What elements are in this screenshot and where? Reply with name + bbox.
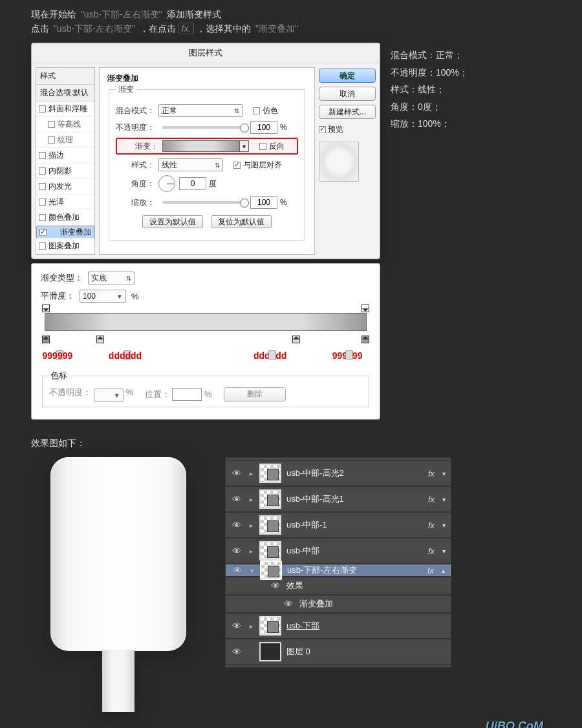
checkbox-icon[interactable] — [39, 167, 46, 175]
color-stop[interactable] — [42, 336, 50, 343]
gradient-preview-bar[interactable] — [162, 140, 240, 152]
fx-badge[interactable]: fx — [428, 546, 435, 556]
layer-row[interactable]: 👁▾ usb-下部-左右渐变 fx▴ — [226, 564, 451, 577]
ok-button[interactable]: 确定 — [319, 69, 376, 83]
checkbox-icon[interactable] — [39, 214, 46, 221]
eye-icon[interactable]: 👁 — [231, 520, 242, 530]
cancel-button[interactable]: 取消 — [319, 87, 376, 101]
stop-position-input[interactable] — [172, 388, 202, 401]
blend-mode-select[interactable]: 正常 ⇅ — [158, 104, 242, 117]
style-item-bevel[interactable]: 斜面和浮雕 — [36, 102, 94, 117]
style-item-satin[interactable]: 光泽 — [36, 195, 94, 210]
preview-checkbox[interactable] — [319, 126, 326, 133]
stop-opacity-select[interactable]: ▼ — [94, 389, 124, 401]
color-stop[interactable] — [96, 336, 104, 343]
blend-options-row[interactable]: 混合选项:默认 — [36, 85, 94, 102]
fx-badge[interactable]: fx — [428, 469, 435, 478]
delete-stop-button[interactable]: 删除 — [224, 387, 286, 401]
set-default-button[interactable]: 设置为默认值 — [142, 215, 203, 228]
opacity-slider[interactable] — [162, 126, 246, 129]
style-item-inner-shadow[interactable]: 内阴影 — [36, 164, 94, 179]
angle-input[interactable] — [179, 177, 206, 190]
disclosure-icon[interactable]: ▸ — [248, 522, 254, 529]
scale-input[interactable] — [250, 196, 277, 209]
checkbox-icon[interactable] — [39, 229, 47, 236]
style-item-color-overlay[interactable]: 颜色叠加 — [36, 210, 94, 226]
style-item-contour[interactable]: 等高线 — [36, 117, 94, 133]
dither-checkbox[interactable] — [253, 107, 260, 114]
layer-row[interactable]: 👁 图层 0 — [226, 639, 451, 665]
eye-icon[interactable]: 👁 — [270, 581, 281, 591]
checkbox-icon[interactable] — [39, 198, 46, 206]
layer-thumbnail[interactable] — [259, 642, 281, 661]
disclosure-icon[interactable]: ▸ — [248, 548, 254, 555]
layer-row[interactable]: 👁▸ usb-中部-高光2 fx▾ — [226, 460, 451, 486]
checkbox-icon[interactable] — [39, 105, 46, 112]
dropdown-arrows-icon: ⇅ — [234, 107, 239, 114]
style-label: 斜面和浮雕 — [48, 103, 87, 114]
eye-icon[interactable]: 👁 — [231, 468, 242, 478]
chevron-down-icon[interactable]: ▾ — [442, 522, 446, 529]
eye-icon[interactable]: 👁 — [231, 647, 242, 657]
layer-thumbnail[interactable] — [260, 561, 282, 580]
eye-icon[interactable]: 👁 — [231, 546, 242, 556]
align-checkbox[interactable] — [233, 162, 241, 169]
chevron-down-icon[interactable]: ▾ — [442, 496, 446, 503]
angle-dial[interactable] — [158, 175, 175, 192]
gradient-track[interactable] — [45, 313, 367, 331]
disclosure-icon[interactable]: ▸ — [248, 496, 254, 503]
disclosure-icon[interactable]: ▾ — [248, 567, 255, 574]
layer-name: 图层 0 — [286, 646, 446, 658]
reverse-checkbox[interactable] — [259, 143, 266, 150]
fx-badge[interactable]: fx — [428, 495, 435, 504]
chevron-down-icon[interactable]: ▾ — [442, 548, 446, 555]
opacity-stop[interactable] — [361, 305, 369, 312]
opacity-input[interactable] — [250, 121, 277, 134]
layer-thumbnail[interactable] — [259, 515, 281, 535]
scale-slider[interactable] — [162, 201, 246, 204]
eye-icon[interactable]: 👁 — [232, 565, 243, 575]
new-style-button[interactable]: 新建样式... — [319, 105, 376, 119]
layer-row[interactable]: 👁▸ usb-中部-高光1 fx▾ — [226, 486, 451, 512]
eye-icon[interactable]: 👁 — [231, 494, 242, 504]
gradient-dropdown-button[interactable]: ▾ — [240, 140, 249, 152]
checkbox-icon[interactable] — [48, 136, 55, 144]
disclosure-icon[interactable]: ▸ — [248, 623, 254, 630]
gradient-type-select[interactable]: 实底 ⇅ — [88, 272, 135, 284]
layer-thumbnail[interactable] — [259, 464, 281, 483]
param-value: 0度； — [418, 102, 441, 112]
layer-row[interactable]: 👁▸ usb-中部-1 fx▾ — [226, 512, 451, 538]
layer-thumbnail[interactable] — [259, 616, 281, 636]
layer-thumbnail[interactable] — [259, 541, 281, 561]
disclosure-icon[interactable]: ▸ — [248, 470, 254, 477]
reset-default-button[interactable]: 复位为默认值 — [211, 215, 272, 228]
styles-header[interactable]: 样式 — [36, 68, 94, 85]
style-item-pattern-overlay[interactable]: 图案叠加 — [36, 239, 94, 254]
layer-effect-item[interactable]: 👁 渐变叠加 — [226, 595, 451, 613]
style-item-texture[interactable]: 纹理 — [36, 133, 94, 148]
checkbox-icon[interactable] — [48, 121, 55, 128]
watermark: UiBQ.CoM — [31, 720, 543, 728]
opacity-stop[interactable] — [42, 305, 50, 312]
style-item-stroke[interactable]: 描边 — [36, 148, 94, 164]
param-value: 线性； — [418, 84, 445, 94]
checkbox-icon[interactable] — [39, 152, 46, 159]
checkbox-icon[interactable] — [39, 242, 46, 250]
style-item-inner-glow[interactable]: 内发光 — [36, 179, 94, 195]
chevron-down-icon[interactable]: ▾ — [442, 470, 446, 477]
layer-effects-row[interactable]: 👁 效果 — [226, 577, 451, 595]
chevron-up-icon[interactable]: ▴ — [442, 567, 445, 574]
layer-row[interactable]: 👁▸ usb-下部 — [226, 613, 451, 639]
eye-icon[interactable]: 👁 — [231, 621, 242, 631]
checkbox-icon[interactable] — [39, 183, 46, 190]
layer-row[interactable]: 👁▸ usb-中部 fx▾ — [226, 538, 451, 564]
smoothness-select[interactable]: 100 ▼ — [80, 290, 126, 303]
fx-badge[interactable]: fx — [427, 566, 434, 575]
color-stop[interactable] — [361, 336, 369, 343]
style-select[interactable]: 线性 ⇅ — [158, 158, 223, 171]
fx-badge[interactable]: fx — [428, 520, 435, 530]
style-item-gradient-overlay[interactable]: 渐变叠加 — [36, 226, 94, 239]
color-stop[interactable] — [292, 336, 300, 343]
layer-thumbnail[interactable] — [259, 489, 281, 509]
eye-icon[interactable]: 👁 — [283, 599, 294, 609]
